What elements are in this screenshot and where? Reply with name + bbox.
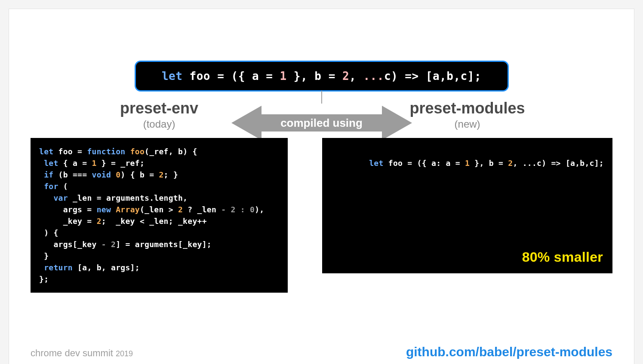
source-code-block: let foo = ({ a = 1 }, b = 2, ...c) => [a… — [135, 61, 509, 92]
event-label: chrome dev summit 2019 — [31, 348, 133, 359]
event-name: chrome dev summit — [31, 348, 113, 358]
event-year: 2019 — [116, 349, 133, 358]
arrow-label: compiled using — [280, 116, 363, 130]
slide: let foo = ({ a = 1 }, b = 2, ...c) => [a… — [9, 9, 634, 364]
left-code-block: let foo = function foo(_ref, b) { let { … — [31, 138, 288, 293]
slide-footer: chrome dev summit 2019 github.com/babel/… — [31, 345, 612, 359]
right-code-block: let foo = ({ a: a = 1 }, b = 2, ...c) =>… — [322, 138, 612, 273]
size-badge: 80% smaller — [522, 247, 603, 267]
double-arrow-icon: compiled using — [231, 104, 412, 142]
repo-link[interactable]: github.com/babel/preset-modules — [406, 345, 612, 359]
